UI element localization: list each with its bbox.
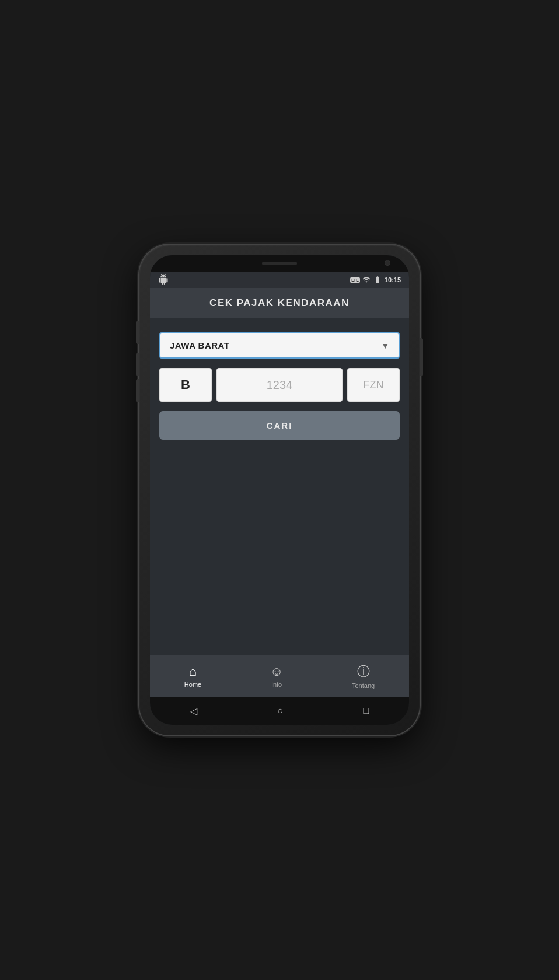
plate-prefix-input[interactable]: B [159, 368, 212, 402]
app-content: JAWA BARAT ▼ B 1234 FZN CARI [150, 318, 409, 655]
nav-item-tentang[interactable]: ⓘ Tentang [340, 659, 386, 693]
signal-icon [362, 276, 371, 284]
status-left [158, 274, 169, 285]
tentang-icon: ⓘ [357, 663, 370, 680]
speaker-grille [262, 262, 297, 265]
plate-number-placeholder: 1234 [267, 378, 293, 392]
time-display: 10:15 [385, 276, 401, 283]
plate-number-input[interactable]: 1234 [216, 368, 343, 402]
home-button[interactable]: ○ [272, 701, 288, 721]
battery-icon [373, 276, 382, 284]
lte-badge: LTE [350, 277, 360, 283]
home-icon: ⌂ [189, 664, 197, 679]
app-header: CEK PAJAK KENDARAAN [150, 288, 409, 318]
bottom-nav: ⌂ Home ☺ Info ⓘ Tentang [150, 655, 409, 697]
plate-row: B 1234 FZN [159, 368, 400, 402]
app-title: CEK PAJAK KENDARAAN [209, 297, 350, 309]
nav-item-info[interactable]: ☺ Info [258, 661, 295, 691]
plate-prefix-value: B [181, 377, 190, 392]
recent-button[interactable]: □ [359, 701, 374, 721]
camera-dot [385, 260, 390, 266]
android-status-icon [158, 274, 169, 285]
info-smiley-icon: ☺ [270, 664, 283, 679]
nav-label-info: Info [271, 681, 282, 688]
phone-screen: LTE 10:15 CEK PAJAK KENDARAAN JAWA BARAT… [150, 255, 409, 725]
nav-item-home[interactable]: ⌂ Home [173, 661, 213, 691]
plate-suffix-placeholder: FZN [364, 379, 384, 391]
nav-label-home: Home [184, 681, 201, 688]
android-nav-bar: ◁ ○ □ [150, 697, 409, 725]
status-right: LTE 10:15 [350, 276, 401, 284]
status-bar: LTE 10:15 [150, 272, 409, 288]
province-dropdown[interactable]: JAWA BARAT ▼ [159, 332, 400, 359]
search-button-label: CARI [267, 421, 293, 430]
plate-suffix-input[interactable]: FZN [347, 368, 400, 402]
search-button[interactable]: CARI [159, 411, 400, 440]
province-label: JAWA BARAT [170, 340, 230, 350]
chevron-down-icon: ▼ [381, 341, 389, 350]
phone-top-bezel [150, 255, 409, 272]
back-button[interactable]: ◁ [186, 701, 202, 721]
nav-label-tentang: Tentang [352, 682, 375, 689]
phone-frame: LTE 10:15 CEK PAJAK KENDARAAN JAWA BARAT… [139, 245, 420, 735]
